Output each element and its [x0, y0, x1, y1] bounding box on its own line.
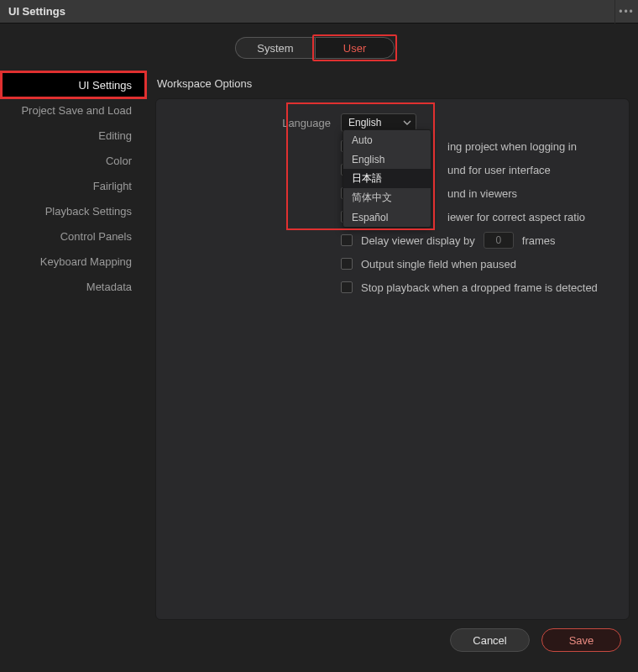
tab-system-label: System	[257, 42, 293, 55]
dots-icon: •••	[619, 6, 635, 18]
options-panel: Language English Auto Englis	[155, 98, 630, 620]
sidebar-item-label: Playback Settings	[45, 205, 132, 218]
sidebar-item-label: Metadata	[86, 281, 132, 293]
window-title: UI Settings	[8, 5, 65, 18]
cancel-label: Cancel	[473, 634, 506, 647]
chevron-down-icon	[402, 118, 412, 128]
sidebar-item-label: Control Panels	[60, 230, 132, 243]
sidebar-item-metadata[interactable]: Metadata	[0, 274, 147, 299]
language-option-english[interactable]: English	[343, 150, 431, 169]
language-selected-value: English	[348, 117, 381, 129]
delay-row: Delay viewer display by 0 frames	[165, 228, 615, 252]
sidebar-item-project-save[interactable]: Project Save and Load	[0, 97, 147, 123]
delay-suffix: frames	[522, 234, 556, 247]
check-label: Output single field when paused	[361, 258, 516, 270]
tab-system[interactable]: System	[235, 37, 315, 59]
checkbox[interactable]	[341, 281, 353, 293]
cancel-button[interactable]: Cancel	[450, 628, 530, 652]
language-label: Language	[165, 117, 341, 129]
checkbox[interactable]	[341, 258, 353, 270]
section-title: Workspace Options	[157, 77, 630, 90]
check-label: Stop playback when a dropped frame is de…	[361, 281, 598, 294]
sidebar-item-label: Editing	[98, 129, 132, 142]
option-label: English	[352, 154, 384, 165]
sidebar-item-color[interactable]: Color	[0, 148, 147, 173]
sidebar: UI Settings Project Save and Load Editin…	[0, 72, 147, 620]
delay-value-input[interactable]: 0	[484, 232, 514, 249]
content-area: Workspace Options Language English	[147, 72, 630, 620]
tab-user-label: User	[343, 42, 366, 55]
language-option-japanese[interactable]: 日本語	[343, 169, 431, 188]
option-label: 简体中文	[352, 191, 392, 205]
save-button[interactable]: Save	[541, 628, 621, 652]
tab-bar: System User	[0, 37, 630, 59]
language-option-spanish[interactable]: Español	[343, 207, 431, 227]
sidebar-item-ui-settings[interactable]: UI Settings	[0, 72, 147, 97]
sidebar-item-label: UI Settings	[78, 79, 132, 92]
check-row-single-field: Output single field when paused	[165, 252, 615, 276]
settings-window: UI Settings ••• System User UI Settings …	[0, 0, 638, 672]
sidebar-item-fairlight[interactable]: Fairlight	[0, 173, 147, 198]
sidebar-item-control-panels[interactable]: Control Panels	[0, 223, 147, 249]
sidebar-item-keyboard[interactable]: Keyboard Mapping	[0, 249, 147, 274]
titlebar: UI Settings •••	[0, 0, 638, 24]
checkbox[interactable]	[341, 234, 353, 246]
sidebar-item-editing[interactable]: Editing	[0, 123, 147, 148]
check-row-dropped-frame: Stop playback when a dropped frame is de…	[165, 276, 615, 299]
language-option-chinese[interactable]: 简体中文	[343, 188, 431, 207]
main-row: UI Settings Project Save and Load Editin…	[0, 72, 630, 620]
language-dropdown[interactable]: Auto English 日本語 简体中文 Español	[343, 129, 431, 228]
sidebar-item-playback[interactable]: Playback Settings	[0, 198, 147, 223]
sidebar-item-label: Fairlight	[93, 180, 132, 192]
delay-prefix: Delay viewer display by	[361, 234, 475, 247]
option-label: Auto	[352, 134, 373, 146]
sidebar-item-label: Project Save and Load	[21, 104, 132, 117]
option-label: 日本語	[352, 171, 382, 186]
footer: Cancel Save	[0, 620, 630, 660]
window-body: System User UI Settings Project Save and…	[0, 24, 638, 672]
language-option-auto[interactable]: Auto	[343, 130, 431, 150]
save-label: Save	[569, 634, 594, 647]
option-label: Español	[352, 212, 388, 223]
tab-user[interactable]: User	[315, 37, 395, 59]
sidebar-item-label: Color	[106, 155, 132, 167]
sidebar-item-label: Keyboard Mapping	[40, 255, 132, 268]
window-options-button[interactable]: •••	[614, 0, 638, 24]
